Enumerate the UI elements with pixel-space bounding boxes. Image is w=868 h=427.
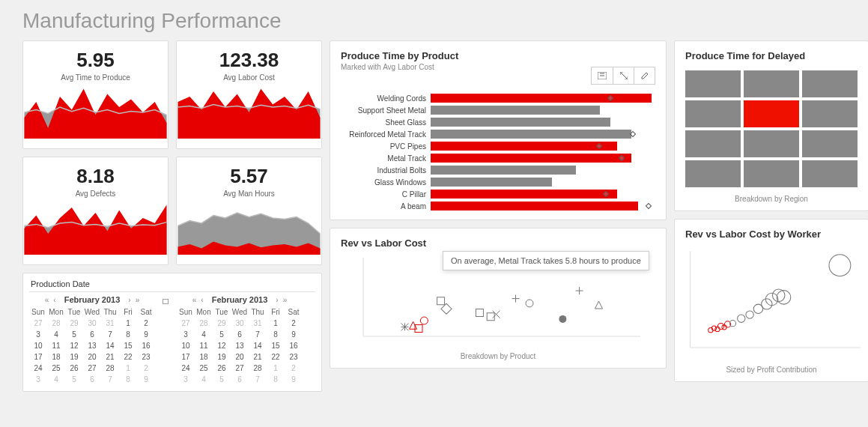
calendar-day[interactable]: 3 bbox=[177, 329, 195, 340]
link-range-icon[interactable]: 🗆 bbox=[161, 295, 171, 306]
treemap-cell[interactable] bbox=[802, 100, 858, 127]
treemap-cell[interactable] bbox=[685, 130, 741, 157]
calendar-day[interactable]: 30 bbox=[83, 318, 101, 329]
calendar-day[interactable]: 26 bbox=[213, 363, 231, 374]
calendar-day[interactable]: 10 bbox=[29, 340, 47, 351]
calendar-day[interactable]: 15 bbox=[267, 340, 285, 351]
calendar-day[interactable]: 4 bbox=[195, 374, 213, 385]
treemap-cell[interactable] bbox=[744, 130, 799, 157]
calendar-day[interactable]: 21 bbox=[249, 351, 267, 363]
prev-year-icon[interactable]: « bbox=[192, 296, 198, 304]
treemap-cell[interactable] bbox=[802, 70, 858, 97]
calendar-day[interactable]: 10 bbox=[177, 340, 195, 351]
next-year-icon[interactable]: » bbox=[135, 296, 141, 304]
calendar-day[interactable]: 7 bbox=[249, 374, 267, 385]
bar-row[interactable]: Sheet Glass bbox=[341, 118, 655, 127]
calendar-day[interactable]: 1 bbox=[267, 318, 285, 329]
treemap-cell[interactable] bbox=[685, 160, 741, 187]
treemap-cell[interactable] bbox=[744, 70, 799, 97]
calendar-day[interactable]: 5 bbox=[65, 374, 83, 385]
calendar-day[interactable]: 24 bbox=[29, 363, 47, 374]
next-month-icon[interactable]: › bbox=[127, 296, 131, 304]
bar-row[interactable]: A beam bbox=[341, 202, 655, 211]
treemap-cell[interactable] bbox=[744, 160, 799, 187]
calendar-day[interactable]: 7 bbox=[101, 374, 119, 385]
bar-row[interactable]: Reinforced Metal Track bbox=[341, 130, 655, 139]
treemap-cell[interactable] bbox=[802, 130, 858, 157]
treemap-cell[interactable] bbox=[744, 100, 799, 127]
calendar-day[interactable]: 17 bbox=[177, 351, 195, 363]
next-year-icon[interactable]: » bbox=[282, 296, 288, 304]
calendar-day[interactable]: 19 bbox=[65, 351, 83, 363]
bubble-chart[interactable] bbox=[675, 241, 868, 361]
calendar-day[interactable]: 11 bbox=[195, 340, 213, 351]
calendar-day[interactable]: 22 bbox=[119, 351, 137, 363]
calendar-day[interactable]: 30 bbox=[231, 318, 249, 329]
calendar-day[interactable]: 6 bbox=[231, 374, 249, 385]
kpi-avg-time[interactable]: 5.95 Avg Time to Produce bbox=[22, 40, 169, 149]
calendar-day[interactable]: 13 bbox=[231, 340, 249, 351]
calendar-day[interactable]: 9 bbox=[285, 374, 303, 385]
produce-time-by-product-panel[interactable]: Produce Time by Product Marked with Avg … bbox=[330, 40, 667, 220]
calendar-day[interactable]: 12 bbox=[65, 340, 83, 351]
calendar-day[interactable]: 1 bbox=[119, 363, 137, 374]
calendar-day[interactable]: 20 bbox=[83, 351, 101, 363]
edit-icon[interactable] bbox=[634, 67, 655, 84]
bar-row[interactable]: C Pillar bbox=[341, 190, 655, 199]
calendar-day[interactable]: 23 bbox=[285, 351, 303, 363]
calendar-day[interactable]: 6 bbox=[83, 374, 101, 385]
prev-year-icon[interactable]: « bbox=[44, 296, 50, 304]
calendar-from[interactable]: « ‹ February 2013 › » SunMonTueWedThuFri… bbox=[29, 295, 155, 385]
calendar-day[interactable]: 1 bbox=[119, 318, 137, 329]
calendar-day[interactable]: 24 bbox=[177, 363, 195, 374]
calendar-day[interactable]: 14 bbox=[249, 340, 267, 351]
bar-row[interactable]: PVC Pipes bbox=[341, 142, 655, 151]
calendar-day[interactable]: 5 bbox=[213, 329, 231, 340]
calendar-day[interactable]: 4 bbox=[47, 374, 65, 385]
calendar-day[interactable]: 31 bbox=[249, 318, 267, 329]
calendar-day[interactable]: 11 bbox=[47, 340, 65, 351]
prev-month-icon[interactable]: ‹ bbox=[52, 296, 56, 304]
produce-time-delayed-panel[interactable]: Produce Time for Delayed Breakdown by Re… bbox=[674, 40, 868, 211]
next-month-icon[interactable]: › bbox=[275, 296, 279, 304]
calendar-day[interactable]: 19 bbox=[213, 351, 231, 363]
calendar-day[interactable]: 28 bbox=[101, 363, 119, 374]
calendar-to[interactable]: « ‹ February 2013 › » SunMonTueWedThuFri… bbox=[177, 295, 303, 385]
calendar-day[interactable]: 3 bbox=[29, 329, 47, 340]
calendar-day[interactable]: 2 bbox=[137, 363, 155, 374]
rev-vs-labor-cost-panel[interactable]: Rev vs Labor Cost Breakdown by Product bbox=[330, 228, 667, 369]
production-date-picker[interactable]: Production Date « ‹ February 2013 › » Su… bbox=[22, 273, 322, 392]
filter-icon[interactable] bbox=[592, 67, 613, 84]
calendar-day[interactable]: 26 bbox=[65, 363, 83, 374]
calendar-day[interactable]: 5 bbox=[213, 374, 231, 385]
calendar-day[interactable]: 8 bbox=[119, 329, 137, 340]
calendar-day[interactable]: 29 bbox=[65, 318, 83, 329]
calendar-day[interactable]: 9 bbox=[137, 374, 155, 385]
calendar-day[interactable]: 18 bbox=[47, 351, 65, 363]
calendar-day[interactable]: 31 bbox=[101, 318, 119, 329]
calendar-day[interactable]: 16 bbox=[137, 340, 155, 351]
calendar-grid[interactable]: SunMonTueWedThuFriSat2728293031123456789… bbox=[29, 306, 155, 385]
calendar-grid[interactable]: SunMonTueWedThuFriSat2728293031123456789… bbox=[177, 306, 303, 385]
calendar-day[interactable]: 25 bbox=[47, 363, 65, 374]
calendar-day[interactable]: 20 bbox=[231, 351, 249, 363]
bar-row[interactable]: Support Sheet Metal bbox=[341, 106, 655, 115]
calendar-day[interactable]: 5 bbox=[65, 329, 83, 340]
calendar-day[interactable]: 2 bbox=[285, 318, 303, 329]
calendar-day[interactable]: 8 bbox=[267, 374, 285, 385]
calendar-day[interactable]: 25 bbox=[195, 363, 213, 374]
calendar-day[interactable]: 27 bbox=[83, 363, 101, 374]
calendar-day[interactable]: 12 bbox=[213, 340, 231, 351]
calendar-day[interactable]: 4 bbox=[195, 329, 213, 340]
calendar-day[interactable]: 1 bbox=[267, 363, 285, 374]
calendar-day[interactable]: 2 bbox=[285, 363, 303, 374]
calendar-day[interactable]: 8 bbox=[267, 329, 285, 340]
calendar-day[interactable]: 7 bbox=[249, 329, 267, 340]
bar-row[interactable]: Glass Windows bbox=[341, 178, 655, 187]
bar-chart[interactable]: Welding CordsSupport Sheet MetalSheet Gl… bbox=[330, 71, 666, 219]
calendar-day[interactable]: 28 bbox=[249, 363, 267, 374]
calendar-day[interactable]: 9 bbox=[137, 329, 155, 340]
calendar-day[interactable]: 17 bbox=[29, 351, 47, 363]
calendar-day[interactable]: 8 bbox=[119, 374, 137, 385]
rev-vs-labor-by-worker-panel[interactable]: Rev vs Labor Cost by Worker Sized by Pro… bbox=[674, 219, 868, 382]
